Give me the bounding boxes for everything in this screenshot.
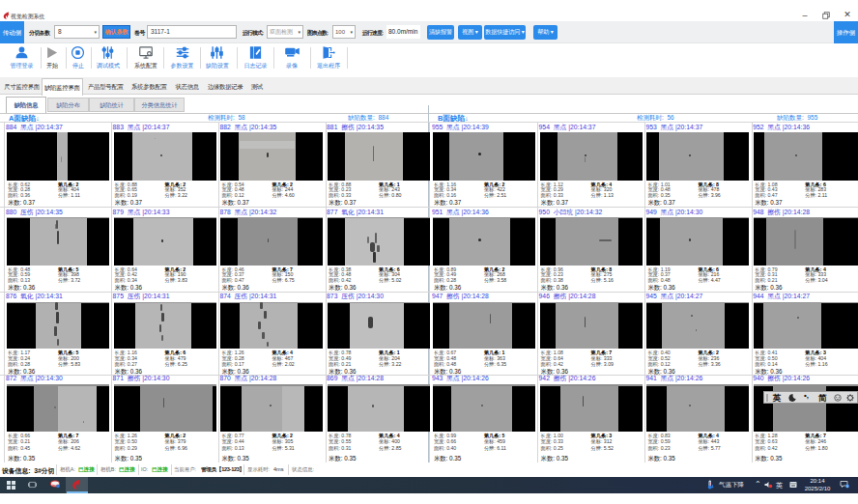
svg-text:6: 6 — [846, 484, 848, 488]
